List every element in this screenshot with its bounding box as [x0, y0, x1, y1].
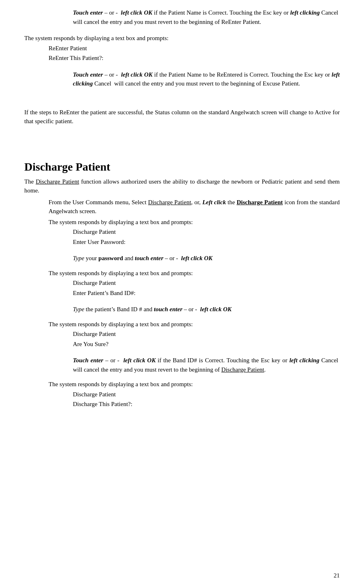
system-responds-5: The system responds by displaying a text… — [49, 380, 340, 389]
enter-user-password-label: Enter User Password: — [73, 237, 340, 247]
system-responds-3: The system responds by displaying a text… — [49, 269, 340, 278]
discharge-patient-label-1: Discharge Patient — [73, 227, 340, 237]
top-section: Touch enter – or - left click OK if the … — [24, 8, 340, 126]
discharge-intro: The Discharge Patient function allows au… — [24, 177, 340, 195]
from-user-commands: From the User Commands menu, Select Disc… — [49, 198, 340, 216]
touch-enter-para-1: Touch enter – or - left click OK if the … — [73, 8, 340, 26]
reenter-patient-label: ReEnter Patient — [49, 44, 340, 53]
enter-band-id-label: Enter Patient’s Band ID#: — [73, 289, 340, 298]
if-steps-para: If the steps to ReEnter the patient are … — [24, 108, 340, 126]
discharge-section: Discharge Patient The Discharge Patient … — [24, 158, 340, 409]
page-number: 21 — [334, 571, 340, 580]
discharge-patient-label-2: Discharge Patient — [73, 278, 340, 288]
touch-enter-para-3: Touch enter – or - left click OK if the … — [73, 356, 340, 374]
touch-enter-para-2: Touch enter – or - left click OK if the … — [73, 70, 340, 88]
discharge-heading: Discharge Patient — [24, 158, 340, 175]
discharge-patient-label-4: Discharge Patient — [73, 390, 340, 399]
discharge-this-patient-label: Discharge This Patient?: — [73, 400, 340, 409]
system-responds-1: The system responds by displaying a text… — [24, 34, 340, 43]
are-you-sure-label: Are You Sure? — [73, 340, 340, 349]
type-band-id-para: Type the patient’s Band ID # and touch e… — [73, 305, 340, 314]
system-responds-2: The system responds by displaying a text… — [49, 218, 340, 227]
discharge-patient-label-3: Discharge Patient — [73, 329, 340, 339]
type-password-para: Type your password and touch enter – or … — [73, 254, 340, 263]
reenter-this-patient-label: ReEnter This Patient?: — [49, 53, 340, 63]
system-responds-4: The system responds by displaying a text… — [49, 320, 340, 329]
